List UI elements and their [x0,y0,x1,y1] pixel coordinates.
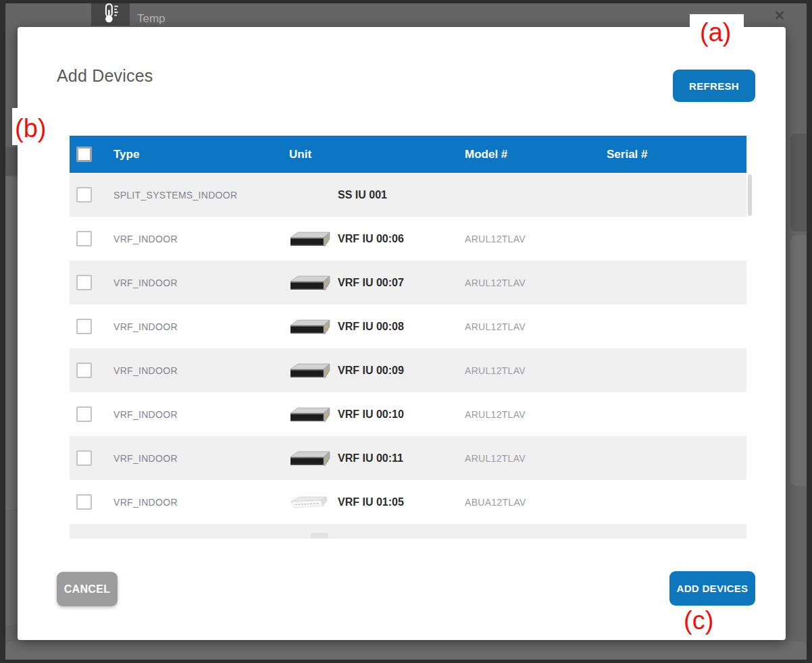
model-number: ARUL12TLAV [465,234,526,244]
annotation-c: (c) [684,608,713,633]
thermometer-icon [101,3,120,26]
unit-name: VRF IU 01:05 [338,496,404,508]
unit-name: SS IU 001 [338,189,387,201]
device-type: VRF_INDOOR [113,409,178,420]
column-header-unit[interactable]: Unit [289,148,465,161]
unit-icon [311,533,328,538]
background-panel [5,177,19,510]
row-checkbox[interactable] [76,406,92,422]
unit-name: VRF IU 00:11 [338,452,403,465]
table-row[interactable]: VRF_INDOOR VR [70,348,746,392]
annotation-b: (b) [15,115,46,141]
screenshot-root: Temp ✕ Add Devices REFRESH Type Unit Mod… [0,0,812,663]
cancel-button[interactable]: CANCEL [57,572,118,606]
model-number: ARUL12TLAV [465,409,526,420]
table-row[interactable]: VRF_INDOOR VR [70,217,746,261]
unit-name: VRF IU 00:08 [338,321,404,333]
row-checkbox[interactable] [76,363,92,378]
background-panel [5,147,19,176]
add-devices-button[interactable]: ADD DEVICES [669,571,755,606]
table-header-row: Type Unit Model # Serial # [70,136,746,173]
row-checkbox[interactable] [76,231,92,246]
table-row[interactable]: VRF_INDOOR VR [70,261,746,304]
device-type: VRF_INDOOR [113,365,178,376]
model-number: ABUA12TLAV [465,497,526,508]
device-type: VRF_INDOOR [113,497,178,508]
annotation-a: (a) [700,20,731,45]
table-row[interactable]: SPLIT_SYSTEMS_INDOOR [70,173,746,217]
table-row[interactable]: VRF_INDOOR VR [70,480,746,524]
background-panel [790,235,807,486]
row-checkbox[interactable] [76,275,92,290]
device-type: VRF_INDOOR [113,453,178,464]
partial-table-row [70,524,746,539]
select-all-checkbox[interactable] [76,147,92,162]
duct-unit-icon [289,405,331,424]
duct-unit-icon [289,230,331,248]
unit-name: VRF IU 00:07 [338,277,404,289]
temp-tile-label: Temp [137,12,166,26]
model-number: ARUL12TLAV [465,277,526,288]
model-number: ARUL12TLAV [465,453,526,464]
table-row[interactable]: VRF_INDOOR VR [70,304,746,348]
duct-unit-icon [289,449,331,468]
background-panel [5,510,19,625]
table-row[interactable]: VRF_INDOOR VR [70,392,746,436]
duct-unit-icon [289,317,331,336]
unit-name: VRF IU 00:09 [338,365,404,377]
no-icon [289,186,331,205]
column-header-model[interactable]: Model # [465,148,607,161]
device-type: VRF_INDOOR [113,234,178,244]
device-table: Type Unit Model # Serial # SPLIT_SYSTEMS… [70,136,746,539]
table-row[interactable]: VRF_INDOOR VR [70,436,746,480]
table-scrollbar-thumb[interactable] [748,174,752,216]
row-checkbox[interactable] [76,319,92,334]
row-checkbox[interactable] [76,187,92,203]
row-checkbox[interactable] [76,450,92,466]
modal-backdrop[interactable]: Temp ✕ Add Devices REFRESH Type Unit Mod… [5,3,807,660]
dialog-title: Add Devices [57,66,153,86]
temp-sensor-tile [91,3,130,26]
model-number: ARUL12TLAV [465,365,526,376]
row-checkbox[interactable] [76,494,92,510]
duct-unit-icon [289,273,331,292]
unit-name: VRF IU 00:10 [338,408,404,421]
device-table-body: SPLIT_SYSTEMS_INDOOR [70,173,746,524]
ceiling-unit-icon [289,493,331,512]
add-devices-dialog: Add Devices REFRESH Type Unit Model # Se… [18,27,786,640]
model-number: ARUL12TLAV [465,321,526,332]
close-icon[interactable]: ✕ [772,8,787,23]
column-header-type[interactable]: Type [108,148,289,161]
background-panel [790,134,807,232]
refresh-button[interactable]: REFRESH [673,70,755,102]
device-type: SPLIT_SYSTEMS_INDOOR [113,190,237,201]
duct-unit-icon [289,361,331,380]
background-panel [5,641,807,660]
unit-name: VRF IU 00:06 [338,233,404,245]
device-type: VRF_INDOOR [113,277,178,288]
column-header-serial[interactable]: Serial # [607,148,746,161]
device-type: VRF_INDOOR [113,321,178,332]
